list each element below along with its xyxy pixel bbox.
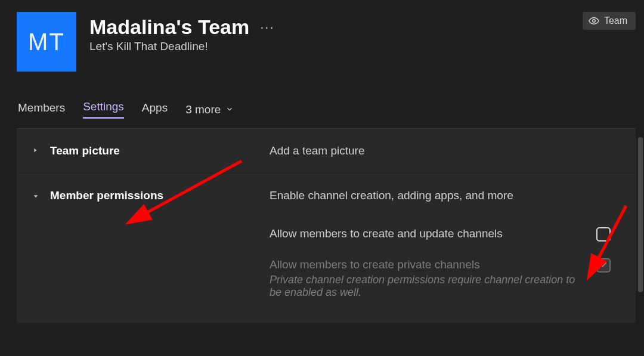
permission-label: Allow members to create private channels — [270, 258, 584, 271]
chevron-right-icon — [32, 147, 42, 156]
view-team-label: Team — [604, 16, 627, 26]
chevron-down-icon[interactable] — [32, 193, 42, 201]
team-avatar[interactable]: MT — [17, 12, 76, 72]
check-icon — [599, 259, 608, 272]
team-avatar-initials: MT — [28, 29, 65, 55]
view-team-button[interactable]: Team — [583, 12, 636, 30]
svg-point-0 — [593, 20, 596, 23]
settings-panel: Team picture Add a team picture Member p… — [17, 128, 636, 323]
permission-item: Allow members to create private channels… — [270, 250, 614, 307]
eye-icon — [589, 16, 599, 26]
tab-more[interactable]: 3 more — [185, 103, 234, 116]
permission-label: Allow members to create and update chann… — [270, 227, 584, 240]
team-name: Madalina's Team — [89, 16, 249, 39]
chevron-down-icon — [225, 103, 234, 116]
permission-checkbox-private-channels — [596, 258, 611, 273]
more-options-button[interactable]: ··· — [260, 20, 274, 35]
svg-marker-1 — [34, 148, 36, 152]
tab-members[interactable]: Members — [18, 101, 65, 118]
section-member-permissions-title: Member permissions — [50, 189, 163, 202]
team-description: Let's Kill That Deadline! — [89, 40, 626, 53]
permission-item: Allow members to create and update chann… — [270, 219, 614, 250]
tab-bar: Members Settings Apps 3 more — [17, 100, 644, 119]
section-team-picture-desc: Add a team picture — [270, 144, 614, 157]
section-team-picture-title: Team picture — [50, 144, 120, 157]
tab-settings[interactable]: Settings — [83, 100, 124, 119]
scrollbar[interactable] — [638, 137, 643, 292]
svg-marker-2 — [34, 195, 38, 197]
tab-more-label: 3 more — [185, 103, 221, 116]
section-team-picture[interactable]: Team picture Add a team picture — [17, 129, 636, 174]
section-member-permissions: Member permissions Enable channel creati… — [17, 174, 636, 323]
tab-apps[interactable]: Apps — [142, 101, 168, 118]
permission-checkbox-create-channels[interactable] — [596, 227, 611, 242]
permission-help-text: Private channel creation permissions req… — [270, 274, 580, 299]
section-member-permissions-desc: Enable channel creation, adding apps, an… — [270, 189, 614, 202]
